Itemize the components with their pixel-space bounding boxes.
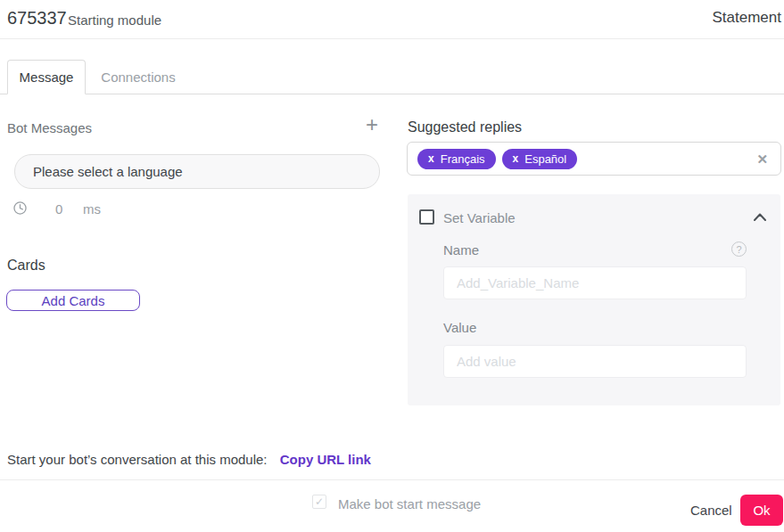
copy-url-link[interactable]: Copy URL link: [280, 452, 371, 467]
delay-value[interactable]: 0: [55, 201, 62, 217]
start-conversation-row: Start your bot’s conversation at this mo…: [7, 452, 371, 467]
module-id: 675337: [7, 8, 67, 29]
variable-name-input[interactable]: [443, 266, 747, 299]
make-bot-start-label: Make bot start message: [338, 496, 481, 512]
tab-bar: Message Connections: [0, 60, 784, 94]
tab-connections[interactable]: Connections: [86, 60, 191, 94]
chip-remove-icon[interactable]: x: [513, 153, 519, 164]
chip-label: Français: [441, 152, 485, 166]
make-bot-start-checkbox: ✓: [312, 495, 326, 509]
delay-unit-label: ms: [83, 201, 101, 217]
reply-chip-francais[interactable]: x Français: [417, 149, 496, 169]
bot-messages-title: Bot Messages: [7, 120, 92, 135]
variable-name-label: Name: [443, 242, 479, 258]
clear-replies-icon[interactable]: ✕: [756, 151, 768, 168]
collapse-chevron-icon[interactable]: [754, 213, 766, 221]
add-message-icon[interactable]: +: [366, 114, 378, 135]
ok-button[interactable]: Ok: [740, 495, 783, 526]
bot-message-bubble[interactable]: Please select a language: [14, 154, 380, 189]
module-type-label: Statement: [713, 9, 782, 27]
set-variable-checkbox[interactable]: [419, 209, 434, 225]
module-name: Starting module: [68, 12, 161, 28]
header-divider: [0, 38, 784, 39]
cancel-button[interactable]: Cancel: [685, 502, 738, 519]
variable-value-input[interactable]: [443, 345, 747, 378]
chip-remove-icon[interactable]: x: [428, 153, 434, 164]
start-conversation-text: Start your bot’s conversation at this mo…: [7, 452, 268, 467]
help-icon[interactable]: ?: [731, 241, 747, 257]
reply-chip-espanol[interactable]: x Español: [502, 149, 578, 169]
cards-title: Cards: [7, 258, 45, 274]
footer-divider: [0, 479, 784, 480]
set-variable-panel: Set Variable Name ? Value: [408, 194, 780, 405]
module-editor-dialog: 675337 Starting module Statement Message…: [0, 0, 784, 532]
suggested-replies-box[interactable]: x Français x Español ✕: [407, 142, 781, 176]
set-variable-title: Set Variable: [443, 210, 516, 225]
add-cards-button[interactable]: Add Cards: [6, 290, 140, 311]
variable-value-label: Value: [443, 320, 476, 335]
chip-label: Español: [524, 152, 566, 166]
suggested-replies-title: Suggested replies: [408, 119, 522, 135]
tab-message[interactable]: Message: [7, 60, 86, 94]
delay-clock-icon: [13, 201, 27, 215]
